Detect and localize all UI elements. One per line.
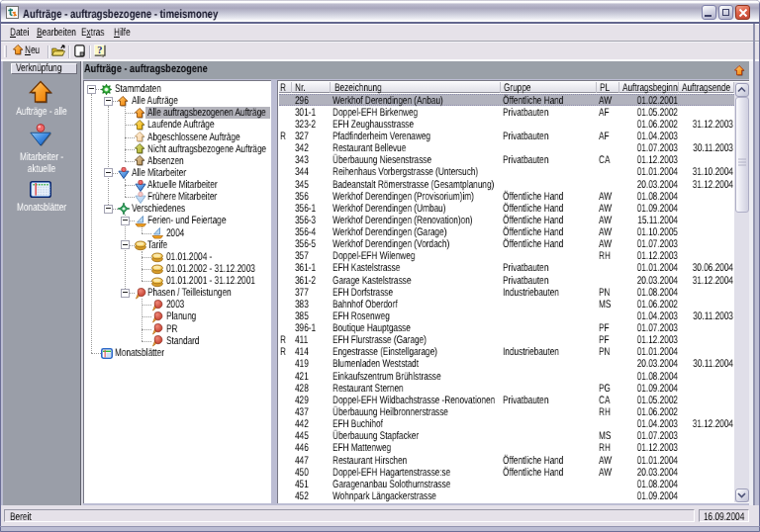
- svg-text:?: ?: [97, 44, 102, 55]
